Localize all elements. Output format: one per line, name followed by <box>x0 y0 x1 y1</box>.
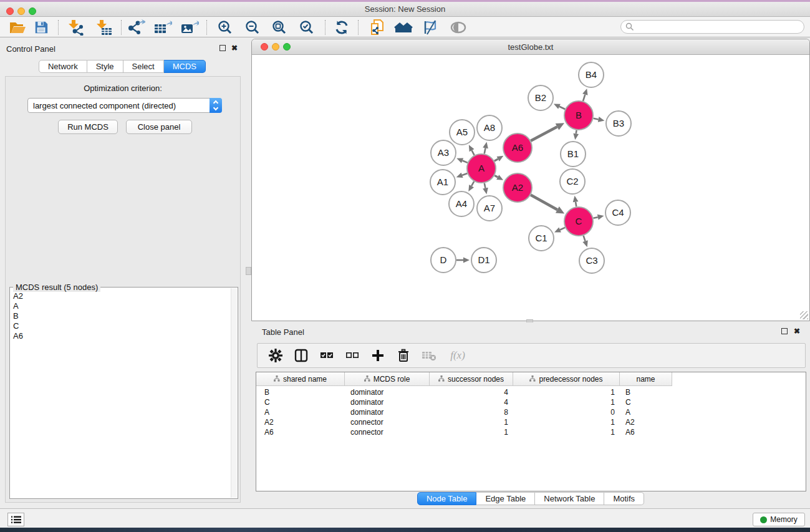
edge-A-A8[interactable] <box>485 148 486 153</box>
table-cell[interactable]: A2 <box>620 417 672 427</box>
table-cell[interactable]: 1 <box>513 397 620 407</box>
mcds-result-item[interactable]: B <box>13 311 230 321</box>
network-graph[interactable]: B4B2BB3B1A5A8A6A3AA1A2C2A4A7C4CC1C3DD1 <box>252 55 809 321</box>
mcds-result-item[interactable]: C <box>13 321 230 331</box>
apply-layout-icon[interactable] <box>331 19 352 36</box>
table-cell[interactable]: A <box>620 407 672 417</box>
table-cell[interactable]: 4 <box>430 387 513 397</box>
function-builder-icon[interactable]: f(x) <box>447 348 468 363</box>
tab-select[interactable]: Select <box>123 60 164 73</box>
edge-A-A5[interactable] <box>472 150 475 155</box>
table-cell[interactable]: A6 <box>256 427 345 437</box>
edge-A6-B[interactable] <box>531 127 557 140</box>
column-header-shared-name[interactable]: shared name <box>256 372 345 386</box>
edge-A2-C[interactable] <box>531 195 557 210</box>
mcds-result-item[interactable]: A6 <box>13 331 230 341</box>
deselect-all-rows-icon[interactable] <box>345 348 360 363</box>
table-row[interactable]: Cdominator41C <box>256 397 806 407</box>
edge-B-B1[interactable] <box>576 130 577 134</box>
column-header-name[interactable]: name <box>620 372 672 386</box>
table-cell[interactable]: connector <box>345 417 430 427</box>
table-cell[interactable]: C <box>620 397 672 407</box>
run-mcds-button[interactable]: Run MCDS <box>58 120 118 134</box>
edge-A-A2[interactable] <box>494 175 498 177</box>
table-cell[interactable]: 0 <box>513 407 620 417</box>
close-panel-icon[interactable]: ✖ <box>231 45 238 51</box>
edge-A-A7[interactable] <box>485 183 486 188</box>
table-row[interactable]: A6connector11A6 <box>256 427 806 437</box>
open-file-icon[interactable] <box>7 19 28 36</box>
close-table-panel-icon[interactable]: ✖ <box>794 328 800 334</box>
edge-A-A4[interactable] <box>471 181 474 186</box>
search-input-field[interactable] <box>634 22 790 31</box>
column-header-predecessor-nodes[interactable]: predecessor nodes <box>513 372 620 386</box>
table-cell[interactable]: dominator <box>345 397 430 407</box>
edge-A-A1[interactable] <box>462 173 467 175</box>
edge-B-B2[interactable] <box>559 107 565 109</box>
tab-motifs[interactable]: Motifs <box>604 492 644 505</box>
table-row[interactable]: Bdominator41B <box>256 387 806 397</box>
zoom-in-icon[interactable] <box>215 19 236 36</box>
task-history-button[interactable] <box>7 513 24 526</box>
tab-network[interactable]: Network <box>39 60 87 73</box>
table-cell[interactable]: 8 <box>430 407 513 417</box>
export-image-icon[interactable] <box>179 19 200 36</box>
criterion-dropdown[interactable]: largest connected component (directed) <box>27 98 222 113</box>
eye-icon[interactable] <box>448 19 469 36</box>
zoom-selected-icon[interactable] <box>296 19 317 36</box>
table-cell[interactable]: 1 <box>513 427 620 437</box>
window-resize-grip[interactable] <box>800 311 808 319</box>
edge-C-C4[interactable] <box>593 217 597 218</box>
network-window-titlebar[interactable]: testGlobe.txt <box>252 39 809 55</box>
edge-B-B4[interactable] <box>583 95 585 102</box>
show-columns-icon[interactable] <box>294 348 309 363</box>
table-cell[interactable]: A <box>256 407 345 417</box>
table-settings-gear-icon[interactable] <box>268 348 283 363</box>
edge-C-C2[interactable] <box>576 202 576 207</box>
edge-B-B3[interactable] <box>594 118 599 120</box>
memory-button[interactable]: Memory <box>753 513 805 526</box>
edge-A-A3[interactable] <box>463 161 468 163</box>
table-cell[interactable]: B <box>620 387 672 397</box>
create-column-icon[interactable] <box>370 348 385 363</box>
save-session-icon[interactable] <box>31 19 52 36</box>
table-cell[interactable]: A6 <box>620 427 672 437</box>
vertical-splitter-grip[interactable] <box>246 267 251 275</box>
export-network-icon[interactable] <box>125 19 147 36</box>
window-close-icon[interactable] <box>6 7 14 15</box>
zoom-fit-icon[interactable] <box>269 19 290 36</box>
mcds-result-scrollbar[interactable] <box>231 288 237 498</box>
delete-table-icon[interactable] <box>422 348 436 363</box>
tab-node-table[interactable]: Node Table <box>417 492 477 505</box>
window-minimize-icon[interactable] <box>17 7 25 15</box>
network-zoom-icon[interactable] <box>283 43 291 51</box>
table-cell[interactable]: C <box>256 397 345 407</box>
table-cell[interactable]: 1 <box>513 387 620 397</box>
table-cell[interactable]: B <box>256 387 345 397</box>
edge-C-C1[interactable] <box>560 228 565 230</box>
search-input[interactable] <box>620 20 804 34</box>
tab-style[interactable]: Style <box>87 60 123 73</box>
edge-C-C3[interactable] <box>584 236 586 241</box>
float-table-panel-icon[interactable] <box>781 328 788 334</box>
tab-mcds[interactable]: MCDS <box>164 60 206 73</box>
zoom-out-icon[interactable] <box>242 19 263 36</box>
graphics-details-icon[interactable] <box>420 19 441 36</box>
float-panel-icon[interactable] <box>219 45 226 51</box>
table-cell[interactable]: 1 <box>513 417 620 427</box>
table-cell[interactable]: 4 <box>430 397 513 407</box>
node-table[interactable]: shared nameMCDS rolesuccessor nodesprede… <box>256 372 806 491</box>
reset-view-icon[interactable] <box>393 19 414 36</box>
mcds-result-list[interactable]: A2ABCA6 <box>11 291 230 497</box>
tab-edge-table[interactable]: Edge Table <box>476 492 535 505</box>
table-row[interactable]: A2connector11A2 <box>256 417 806 427</box>
export-table-icon[interactable] <box>152 19 173 36</box>
table-row[interactable]: Adominator80A <box>256 407 806 417</box>
mcds-result-item[interactable]: A2 <box>13 291 230 301</box>
edge-A-A6[interactable] <box>494 159 498 161</box>
network-canvas[interactable]: B4B2BB3B1A5A8A6A3AA1A2C2A4A7C4CC1C3DD1 <box>252 55 809 321</box>
import-network-icon[interactable] <box>65 19 86 36</box>
table-cell[interactable]: connector <box>345 427 430 437</box>
duplicate-network-icon[interactable] <box>367 19 388 36</box>
delete-column-icon[interactable] <box>396 348 411 363</box>
